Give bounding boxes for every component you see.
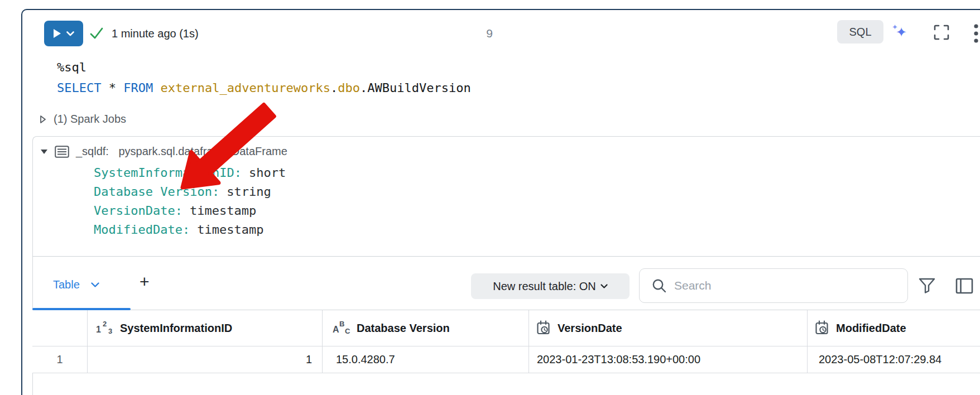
cell-systeminformationid[interactable]: 1 — [87, 346, 322, 373]
dataframe-variable: _sqldf: — [76, 145, 112, 158]
code-sql-statement[interactable]: SELECT * FROM external_adventureworks.db… — [57, 81, 471, 95]
dataframe-class: pyspark.sql.dataframe.DataFrame — [118, 145, 287, 158]
column-header-database-version[interactable]: A B C Database Version — [322, 310, 529, 346]
schema-field: ModifiedDate:timestamp — [94, 223, 263, 237]
schema-field: VersionDate:timestamp — [94, 204, 256, 218]
play-icon — [53, 28, 61, 38]
run-cell-button[interactable] — [44, 21, 83, 46]
table-header-row: 1 2 3 SystemInformationID A B C Database… — [32, 310, 980, 346]
date-type-icon — [815, 320, 830, 336]
output-divider — [32, 256, 980, 257]
table-row[interactable]: 1 1 15.0.4280.7 2023-01-23T13:08:53.190+… — [32, 346, 980, 373]
add-visualization-button[interactable]: + — [140, 272, 150, 291]
tab-table-label: Table — [53, 278, 80, 291]
column-header-versiondate[interactable]: VersionDate — [529, 310, 807, 346]
tab-table[interactable]: Table — [53, 278, 99, 291]
row-index-cell: 1 — [32, 346, 87, 373]
search-icon — [652, 278, 666, 293]
fullscreen-icon[interactable] — [934, 25, 949, 40]
sql-star: * — [109, 81, 124, 95]
column-header-modifieddate[interactable]: ModifiedDate — [807, 310, 980, 346]
results-search — [639, 268, 908, 303]
number-type-icon: 1 2 3 — [95, 320, 114, 336]
date-type-icon — [536, 320, 552, 336]
run-options-chevron-icon[interactable] — [66, 31, 74, 36]
search-input[interactable] — [674, 279, 886, 292]
last-run-status: 1 minute ago (1s) — [112, 27, 199, 40]
code-magic-command[interactable]: %sql — [57, 60, 87, 74]
language-selector-button[interactable]: SQL — [837, 20, 883, 44]
filter-icon[interactable] — [918, 277, 936, 294]
new-result-table-toggle[interactable]: New result table: ON — [471, 273, 630, 299]
cell-database-version[interactable]: 15.0.4280.7 — [322, 346, 529, 373]
execution-count: 9 — [486, 27, 493, 40]
row-index-header — [32, 310, 87, 346]
sql-keyword: FROM — [123, 81, 160, 95]
column-header-systeminformationid[interactable]: 1 2 3 SystemInformationID — [87, 310, 322, 346]
cell-versiondate[interactable]: 2023-01-23T13:08:53.190+00:00 — [529, 346, 807, 373]
sql-schema-identifier: external_adventureworks — [160, 81, 330, 95]
column-label: ModifiedDate — [836, 322, 906, 335]
schema-field: SystemInformationID:short — [94, 166, 286, 180]
expanded-caret-icon — [40, 149, 48, 155]
kebab-menu-icon[interactable] — [973, 24, 979, 43]
sql-table-identifier: AWBuildVersion — [367, 81, 470, 95]
tab-chevron-down-icon — [91, 282, 99, 288]
columns-icon[interactable] — [955, 278, 973, 294]
success-check-icon — [89, 26, 104, 41]
dataframe-expander[interactable]: _sqldf: pyspark.sql.dataframe.DataFrame — [40, 145, 287, 158]
column-label: SystemInformationID — [120, 322, 232, 335]
column-label: VersionDate — [558, 322, 622, 335]
collapsed-caret-icon — [40, 115, 46, 123]
spark-jobs-expander[interactable]: (1) Spark Jobs — [40, 113, 126, 126]
spark-jobs-label: (1) Spark Jobs — [54, 113, 126, 126]
sql-database-identifier: dbo — [338, 81, 360, 95]
sql-keyword: SELECT — [57, 81, 109, 95]
schema-field: Database Version:string — [94, 185, 271, 199]
cell-modifieddate[interactable]: 2023-05-08T12:07:29.84 — [807, 346, 980, 373]
assistant-sparkle-icon[interactable]: ✦ ✦ — [892, 23, 910, 41]
dataframe-table-icon — [55, 146, 69, 158]
notebook-cell: 1 minute ago (1s) 9 SQL ✦ ✦ %sql SELECT … — [0, 0, 980, 395]
column-label: Database Version — [357, 322, 450, 335]
string-type-icon: A B C — [332, 320, 351, 336]
chevron-down-icon — [601, 284, 608, 289]
